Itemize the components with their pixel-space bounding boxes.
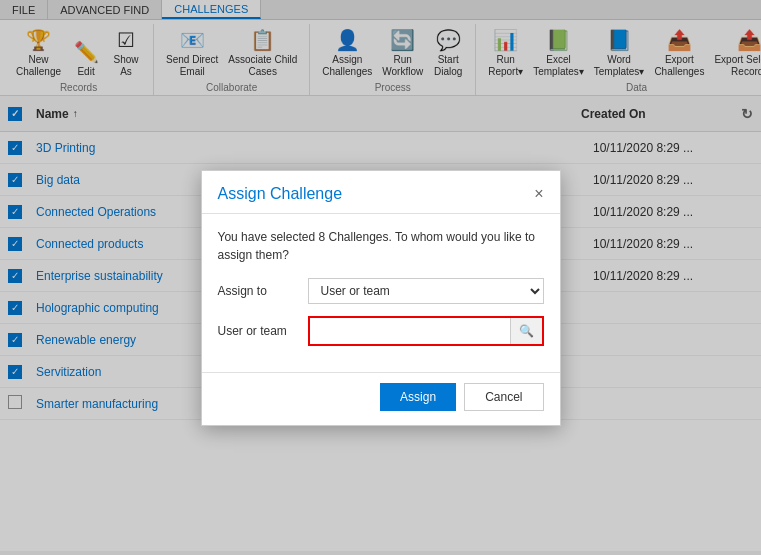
modal-header: Assign Challenge ×	[202, 171, 560, 214]
edit-icon: ✏️	[74, 40, 99, 64]
word-icon: 📘	[607, 28, 632, 52]
user-or-team-row: User or team 🔍	[218, 316, 544, 346]
run-workflow-button[interactable]: 🔄 RunWorkflow	[378, 24, 427, 80]
row-created-col: 10/11/2020 8:29 ...	[593, 141, 753, 155]
assign-to-row: Assign to User or team	[218, 278, 544, 304]
modal-close-button[interactable]: ×	[534, 186, 543, 202]
export-challenges-button[interactable]: 📤 ExportChallenges	[650, 24, 708, 80]
row-created-col: 10/11/2020 8:29 ...	[593, 237, 753, 251]
assign-icon: 👤	[335, 28, 360, 52]
modal-body: You have selected 8 Challenges. To whom …	[202, 214, 560, 372]
row-checkbox[interactable]: ✓	[8, 300, 36, 315]
user-or-team-label: User or team	[218, 324, 308, 338]
row-check-box[interactable]: ✓	[8, 333, 22, 347]
dialog-icon: 💬	[436, 28, 461, 52]
sort-arrow-icon[interactable]: ↑	[73, 108, 78, 119]
ribbon-group-collaborate: 📧 Send DirectEmail 📋 Associate ChildCase…	[154, 24, 310, 95]
data-label: Data	[484, 80, 761, 95]
tab-challenges[interactable]: CHALLENGES	[162, 0, 261, 19]
export-selected-button[interactable]: 📤 Export SelectedRecords	[710, 24, 761, 80]
cancel-button[interactable]: Cancel	[464, 383, 543, 411]
row-checkbox[interactable]: ✓	[8, 364, 36, 379]
modal-footer: Assign Cancel	[202, 372, 560, 425]
top-tabs: FILE ADVANCED FIND CHALLENGES	[0, 0, 761, 20]
header-name-col: Name ↑	[36, 107, 581, 121]
row-check-box[interactable]: ✓	[8, 173, 22, 187]
modal-description: You have selected 8 Challenges. To whom …	[218, 228, 544, 264]
excel-templates-button[interactable]: 📗 ExcelTemplates▾	[529, 24, 588, 80]
select-all-checkbox[interactable]: ✓	[8, 107, 22, 121]
show-as-button[interactable]: ☑ ShowAs	[107, 24, 145, 80]
workflow-icon: 🔄	[390, 28, 415, 52]
ribbon-group-data: 📊 RunReport▾ 📗 ExcelTemplates▾ 📘 WordTem…	[476, 24, 761, 95]
assign-to-label: Assign to	[218, 284, 308, 298]
row-checkbox[interactable]: ✓	[8, 236, 36, 251]
email-icon: 📧	[180, 28, 205, 52]
associate-child-cases-button[interactable]: 📋 Associate ChildCases	[224, 24, 301, 80]
row-checkbox[interactable]: ✓	[8, 172, 36, 187]
row-checkbox[interactable]: ✓	[8, 332, 36, 347]
row-check-box[interactable]	[8, 395, 22, 409]
tab-advanced-find[interactable]: ADVANCED FIND	[48, 0, 162, 19]
search-button[interactable]: 🔍	[510, 318, 542, 344]
row-checkbox[interactable]: ✓	[8, 140, 36, 155]
header-checkbox-col: ✓	[8, 106, 36, 121]
row-created-col: 10/11/2020 8:29 ...	[593, 269, 753, 283]
start-dialog-button[interactable]: 💬 StartDialog	[429, 24, 467, 80]
collaborate-label: Collaborate	[162, 80, 301, 95]
row-check-box[interactable]: ✓	[8, 301, 22, 315]
tab-file[interactable]: FILE	[0, 0, 48, 19]
associate-icon: 📋	[250, 28, 275, 52]
assign-to-control: User or team	[308, 278, 544, 304]
row-check-box[interactable]: ✓	[8, 237, 22, 251]
row-checkbox[interactable]: ✓	[8, 268, 36, 283]
assign-challenge-modal: Assign Challenge × You have selected 8 C…	[201, 170, 561, 426]
row-check-box[interactable]: ✓	[8, 141, 22, 155]
search-field: 🔍	[308, 316, 544, 346]
excel-icon: 📗	[546, 28, 571, 52]
user-or-team-control: 🔍	[308, 316, 544, 346]
row-checkbox[interactable]: ✓	[8, 204, 36, 219]
export-selected-icon: 📤	[737, 28, 761, 52]
ribbon-group-process: 👤 AssignChallenges 🔄 RunWorkflow 💬 Start…	[310, 24, 476, 95]
row-created-col: 10/11/2020 8:29 ...	[593, 173, 753, 187]
ribbon: 🏆 NewChallenge ✏️ Edit ☑ ShowAs Records …	[0, 20, 761, 96]
send-direct-email-button[interactable]: 📧 Send DirectEmail	[162, 24, 222, 80]
assign-button[interactable]: Assign	[380, 383, 456, 411]
export-icon: 📤	[667, 28, 692, 52]
assign-to-select[interactable]: User or team	[308, 278, 544, 304]
row-checkbox[interactable]	[8, 395, 36, 412]
new-challenge-button[interactable]: 🏆 NewChallenge	[12, 24, 65, 80]
row-check-box[interactable]: ✓	[8, 365, 22, 379]
row-name-link[interactable]: 3D Printing	[36, 141, 593, 155]
user-team-search-input[interactable]	[310, 318, 510, 344]
table-row: ✓ 3D Printing 10/11/2020 8:29 ...	[0, 132, 761, 164]
run-report-button[interactable]: 📊 RunReport▾	[484, 24, 527, 80]
new-challenge-icon: 🏆	[26, 28, 51, 52]
show-as-icon: ☑	[117, 28, 135, 52]
row-name-col: 3D Printing	[36, 141, 593, 155]
assign-challenges-button[interactable]: 👤 AssignChallenges	[318, 24, 376, 80]
modal-title: Assign Challenge	[218, 185, 343, 203]
row-check-box[interactable]: ✓	[8, 269, 22, 283]
word-templates-button[interactable]: 📘 WordTemplates▾	[590, 24, 649, 80]
report-icon: 📊	[493, 28, 518, 52]
name-column-label: Name	[36, 107, 69, 121]
row-created-col: 10/11/2020 8:29 ...	[593, 205, 753, 219]
row-check-box[interactable]: ✓	[8, 205, 22, 219]
table-header: ✓ Name ↑ Created On ↻	[0, 96, 761, 132]
refresh-icon[interactable]: ↻	[741, 106, 753, 122]
header-created-col: Created On	[581, 107, 741, 121]
ribbon-group-records: 🏆 NewChallenge ✏️ Edit ☑ ShowAs Records	[4, 24, 154, 95]
edit-button[interactable]: ✏️ Edit	[67, 36, 105, 80]
records-label: Records	[12, 80, 145, 95]
process-label: Process	[318, 80, 467, 95]
